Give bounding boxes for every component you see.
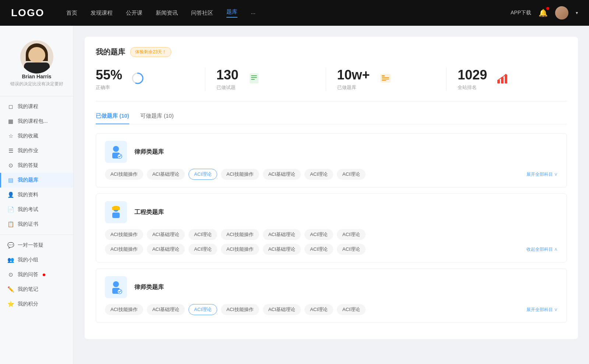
sidebar-item-my-qa[interactable]: ⊙ 我的答疑 — [0, 158, 73, 173]
stat-done-questions-content: 130 已做试题 — [216, 67, 239, 91]
sidebar-item-my-data[interactable]: 👤 我的资料 — [0, 188, 73, 202]
bank-2-tag-r2-6[interactable]: ACI理论 — [337, 244, 366, 255]
tab-done[interactable]: 已做题库 (10) — [96, 113, 129, 124]
bank-2-tag-r2-2[interactable]: ACI理论 — [188, 244, 217, 255]
exam-icon: 📄 — [7, 206, 14, 213]
sidebar-item-my-courses[interactable]: ◻ 我的课程 — [0, 99, 73, 114]
bank-2-tag-r2-5[interactable]: ACI理论 — [304, 244, 333, 255]
svg-rect-5 — [251, 79, 255, 80]
sidebar-divider — [0, 96, 73, 96]
bank-2-collapse-link[interactable]: 收起全部科目 ∧ — [526, 246, 558, 253]
page-title: 我的题库 — [96, 47, 125, 57]
sidebar-item-my-group[interactable]: 👥 我的小组 — [0, 253, 73, 267]
avatar — [20, 40, 53, 74]
bank-3-tag-3[interactable]: ACI技能操作 — [221, 304, 259, 315]
sidebar-item-my-bank[interactable]: ▤ 我的题库 — [0, 173, 73, 188]
ranking-stat-icon — [496, 72, 509, 86]
stats-row: 55% 正确率 130 已做试题 — [96, 67, 567, 101]
bank-card-header-1: 律师类题库 — [105, 141, 558, 163]
sidebar-item-my-cert[interactable]: 📋 我的证书 — [0, 217, 73, 232]
bank-1-tag-4[interactable]: ACI基础理论 — [263, 169, 301, 180]
navbar-logo[interactable]: LOGO — [11, 7, 44, 19]
stat-accuracy-value: 55% — [96, 67, 122, 83]
bank-2-tag-r1-5[interactable]: ACI理论 — [304, 229, 333, 240]
bank-2-tag-r2-1[interactable]: ACI基础理论 — [147, 244, 185, 255]
bank-2-tag-r1-6[interactable]: ACI理论 — [337, 229, 366, 240]
lawyer-icon-1 — [105, 141, 127, 163]
bank-1-tags-row: ACI技能操作 ACI基础理论 ACI理论 ACI技能操作 ACI基础理论 AC… — [105, 169, 558, 180]
bank-3-tag-0[interactable]: ACI技能操作 — [105, 304, 143, 315]
bank-card-lawyer-2: 律师类题库 ACI技能操作 ACI基础理论 ACI理论 ACI技能操作 ACI基… — [96, 268, 567, 323]
svg-rect-8 — [382, 77, 389, 78]
bank-3-tag-1[interactable]: ACI基础理论 — [147, 304, 185, 315]
navbar-right: APP下载 🔔 ▾ — [511, 6, 578, 19]
bank-2-tag-r1-0[interactable]: ACI技能操作 — [105, 229, 143, 240]
favorites-icon: ☆ — [7, 133, 14, 139]
bank-card-title-1: 律师类题库 — [134, 148, 164, 156]
notification-bell[interactable]: 🔔 — [539, 8, 548, 17]
bank-1-tag-3[interactable]: ACI技能操作 — [221, 169, 259, 180]
bank-2-tag-r2-4[interactable]: ACI基础理论 — [263, 244, 301, 255]
bank-1-tag-1[interactable]: ACI基础理论 — [147, 169, 185, 180]
bank-3-tag-5[interactable]: ACI理论 — [304, 304, 333, 315]
sidebar-label: 我的积分 — [18, 301, 38, 307]
sidebar: Brian Harris 错误的决定比没有决定要好 ◻ 我的课程 ▦ 我的课程包… — [0, 26, 74, 364]
notification-badge — [546, 7, 549, 10]
sidebar-item-my-points[interactable]: ⭐ 我的积分 — [0, 297, 73, 311]
sidebar-divider-2 — [0, 235, 73, 235]
bank-2-tag-r1-4[interactable]: ACI基础理论 — [263, 229, 301, 240]
tab-available[interactable]: 可做题库 (10) — [140, 113, 174, 124]
nav-discover[interactable]: 发现课程 — [91, 10, 113, 17]
nav-bank[interactable]: 题库 — [226, 8, 237, 18]
stat-ranking-label: 全站排名 — [458, 84, 487, 91]
main-layout: Brian Harris 错误的决定比没有决定要好 ◻ 我的课程 ▦ 我的课程包… — [0, 26, 589, 364]
bank-3-expand-link[interactable]: 展开全部科目 ∨ — [526, 307, 558, 313]
user-avatar[interactable] — [555, 6, 568, 19]
svg-rect-7 — [382, 75, 385, 76]
bank-1-tag-0[interactable]: ACI技能操作 — [105, 169, 143, 180]
sidebar-item-my-packages[interactable]: ▦ 我的课程包... — [0, 114, 73, 129]
nav-home[interactable]: 首页 — [66, 10, 77, 17]
sidebar-item-my-exam[interactable]: 📄 我的考试 — [0, 202, 73, 217]
bank-1-expand-link[interactable]: 展开全部科目 ∨ — [526, 171, 558, 178]
svg-rect-11 — [497, 80, 500, 83]
nav-qa[interactable]: 问答社区 — [191, 10, 213, 17]
avatar-body — [24, 63, 50, 74]
app-download-button[interactable]: APP下载 — [511, 10, 531, 16]
bell-icon: 🔔 — [539, 9, 548, 17]
bank-1-tag-5[interactable]: ACI理论 — [304, 169, 333, 180]
sidebar-item-my-homework[interactable]: ☰ 我的作业 — [0, 143, 73, 158]
bank-2-tag-r2-3[interactable]: ACI技能操作 — [221, 244, 259, 255]
bank-3-tag-2[interactable]: ACI理论 — [188, 304, 217, 315]
sidebar-item-my-favorites[interactable]: ☆ 我的收藏 — [0, 129, 73, 143]
bank-3-tag-4[interactable]: ACI基础理论 — [263, 304, 301, 315]
bank-2-tag-r1-2[interactable]: ACI理论 — [188, 229, 217, 240]
questions-icon: ⊙ — [7, 271, 14, 278]
sidebar-item-my-notes[interactable]: ✏️ 我的笔记 — [0, 282, 73, 297]
user-dropdown-arrow[interactable]: ▾ — [576, 10, 578, 15]
svg-point-15 — [113, 146, 119, 152]
bank-2-tag-r1-1[interactable]: ACI基础理论 — [147, 229, 185, 240]
sidebar-label: 我的资料 — [18, 192, 38, 198]
bank-2-tag-r2-0[interactable]: ACI技能操作 — [105, 244, 143, 255]
sidebar-label: 我的证书 — [18, 221, 38, 228]
bank-card-header-2: 工程类题库 — [105, 201, 558, 223]
nav-more[interactable]: ··· — [251, 10, 255, 16]
bank-2-tag-r1-3[interactable]: ACI技能操作 — [221, 229, 259, 240]
bank-2-tags-row-2: ACI技能操作 ACI基础理论 ACI理论 ACI技能操作 ACI基础理论 AC… — [105, 244, 558, 255]
svg-rect-9 — [382, 79, 389, 79]
sidebar-label: 我的答疑 — [18, 162, 38, 169]
bank-1-tag-2[interactable]: ACI理论 — [188, 169, 217, 180]
sidebar-label: 我的小组 — [18, 257, 38, 263]
nav-news[interactable]: 新闻资讯 — [156, 10, 178, 17]
svg-rect-21 — [112, 208, 120, 210]
bank-3-tag-6[interactable]: ACI理论 — [337, 304, 366, 315]
sidebar-item-one-on-one[interactable]: 💬 一对一答疑 — [0, 238, 73, 253]
bank-2-tags-row-1: ACI技能操作 ACI基础理论 ACI理论 ACI技能操作 ACI基础理论 AC… — [105, 229, 558, 240]
one-on-one-icon: 💬 — [7, 242, 14, 249]
sidebar-item-my-questions[interactable]: ⊙ 我的问答 — [0, 267, 73, 282]
nav-open-course[interactable]: 公开课 — [126, 10, 142, 17]
svg-point-14 — [505, 74, 507, 75]
sidebar-label: 我的题库 — [18, 177, 38, 183]
bank-1-tag-6[interactable]: ACI理论 — [337, 169, 366, 180]
